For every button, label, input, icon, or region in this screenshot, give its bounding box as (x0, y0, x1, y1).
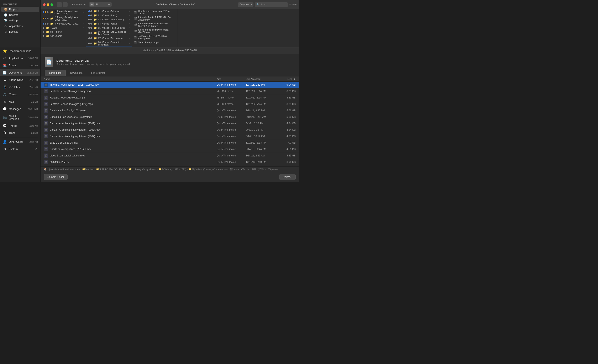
file-name: Danza - Al estilo antiguo y futuro-, (20… (50, 128, 217, 131)
breadcrumb-item-3: JLPER-CATALOGUE (SA· (99, 168, 126, 170)
col1-item-4[interactable]: 📁 - 2020) › (41, 26, 86, 30)
breadcrumb-item-2: Dropbox (85, 168, 94, 170)
file-name: Fantasía Teórica/Teológica copy.mp4 (50, 90, 217, 93)
col3-intro-teoria[interactable]: 🎬 Intro a la Teoría JLPER, (2015) - 1080… (132, 15, 178, 22)
delete-button[interactable]: Delete... (279, 174, 296, 180)
file-name: 2022-11-26 13.13.20.mov (50, 141, 217, 144)
tab-downloads[interactable]: Downloads (66, 70, 87, 76)
itunes-size: 15.47 GB (28, 93, 38, 96)
file-name: Canción a San José, (2021).mov (50, 109, 217, 112)
col3-video-excerpts[interactable]: 🎬 Video Excerpts.mp4 (132, 40, 178, 44)
file-row-video2-saludo[interactable]: 🎬 Video 2 ¡Un cordial saludo!.mov QuickT… (41, 153, 299, 159)
maximize-button[interactable] (50, 3, 53, 6)
col2-videos-guitarra[interactable]: 📁 01) Videos (Guitarra) › (86, 9, 132, 13)
file-rows-container: 🎬 Intro a la Teoría JLPER, (2015) - 1080… (41, 82, 299, 166)
view-column-btn[interactable]: ⋮⋮ (100, 2, 107, 7)
file-size: 5.66 GB (279, 109, 296, 112)
col2-videos-piano[interactable]: 📁 02) Videos (Piano) › (86, 13, 132, 17)
file-date: 8/14/16, 11:44 PM (246, 148, 279, 151)
file-size: 4.73 GB (279, 135, 296, 138)
cs-photos[interactable]: 🖼 Photos Zero KB (0, 122, 40, 129)
col3-piedra[interactable]: 🎬 La piedra de los movimientos, (2010).m… (132, 28, 178, 34)
documents-icon: 📄 (2, 71, 7, 75)
col-header-date: Last Accessed (246, 78, 279, 80)
col3-teoria-cinvestav[interactable]: 🎬 Teoría JLPER - CINVESTAV, (2016).mov (132, 34, 178, 40)
tab-large-files[interactable]: Large Files (45, 70, 66, 76)
breadcrumb-item-7: Intro a la Teoría JLPER, (2015) - 1080p.… (233, 168, 278, 170)
col2-videos-vocal[interactable]: 📁 04) Videos (Vocal) › (86, 22, 132, 26)
back-button[interactable]: ‹ (57, 2, 62, 7)
sidebar-item-applications[interactable]: 🗂 Applications (1, 24, 39, 29)
file-row-cancion-san-jose-copy[interactable]: 🎬 Canción a San José, (2021) copy.mov Qu… (41, 114, 299, 120)
cs-itunes[interactable]: 🎵 iTunes 15.47 GB (0, 91, 40, 98)
breadcrumb-folder-jlper-icon: 📁 (96, 168, 99, 170)
col2-videos-instrumental[interactable]: 📁 03) Videos (Instrumental) › (86, 17, 132, 22)
col1-item-5[interactable]: 📁 986 - 2022) (41, 30, 86, 34)
photos-label: Photos (9, 124, 28, 127)
col2-videos-enzas[interactable]: 📁 06) Videos (Las E...nzas de Don Juan) … (86, 30, 132, 36)
view-icon-btn[interactable]: ⊞ (90, 2, 94, 7)
cs-icloud[interactable]: ☁ iCloud Drive Zero KB (0, 76, 40, 83)
cs-applications[interactable]: 🗂 Applications 18.86 GB (0, 55, 40, 62)
cs-music-creation[interactable]: 🎼 Music Creation 34.81 GB (0, 113, 40, 122)
tab-file-browser[interactable]: File Browser (87, 70, 110, 76)
file-row-zoom0002[interactable]: 🎬 ZOOM0002.MOV QuickTime movie 12/15/13,… (41, 159, 299, 165)
cs-ios-files[interactable]: 📱 iOS Files Zero KB (0, 83, 40, 91)
show-in-finder-button[interactable]: Show in Finder (44, 174, 67, 180)
file-row-zoom-2022[interactable]: 🎬 2022-11-26 13.13.20.mov QuickTime movi… (41, 140, 299, 146)
view-list-btn[interactable]: ☰ (94, 2, 99, 7)
sidebar-item-recents[interactable]: 🕐 Recents (1, 12, 39, 18)
cs-recommendations[interactable]: ⭐ Recommendations (0, 47, 40, 55)
file-date: 3/1/21, 10:12 PM (246, 135, 279, 138)
cs-messages[interactable]: 💬 Messages 156.1 MB (0, 105, 40, 113)
search-input[interactable] (260, 3, 286, 6)
file-size: 9.04 GB (279, 83, 296, 86)
books-label: Books (9, 64, 28, 67)
file-row-fantasia-copy-mp4[interactable]: 🎬 Fantasía Teórica/Teológica copy.mp4 MP… (41, 88, 299, 95)
cs-documents[interactable]: 📄 Documents 792.14 GB (0, 69, 40, 76)
sidebar-item-dropbox[interactable]: 📦 Dropbox (1, 7, 39, 12)
col1-item-6[interactable]: 📁 996 - 2022) (41, 34, 86, 38)
minimize-button[interactable] (47, 3, 49, 6)
file-kind: QuickTime movie (217, 154, 246, 157)
dropbox-toolbar[interactable]: Dropbox ⟳ (238, 2, 253, 7)
main-window: Favourites 📦 Dropbox 🕐 Recents 📡 AirDrop… (0, 0, 299, 182)
breadcrumb-item-5: 3) Videos, (2012 - 2022) (162, 168, 186, 170)
cs-trash[interactable]: 🗑 Trash 2.2 MB (0, 129, 40, 136)
file-row-charla-chiquitines-file[interactable]: 🎬 Charla para chiquitines, (2015) 1.mov … (41, 146, 299, 153)
close-button[interactable] (43, 3, 46, 6)
col2-videos-clases[interactable]: 📁 09) Videos (Clases y Conferencias) › (86, 47, 132, 47)
file-row-fantasia-mp4[interactable]: 🎬 Fantasía Teórica/Teológica.mp4 MPEG-4 … (41, 95, 299, 101)
file-row-danza-2[interactable]: 🎬 Danza - Al estilo antiguo y futuro-, (… (41, 127, 299, 133)
file-row-cancion-san-jose-mov[interactable]: 🎬 Canción a San José, (2021).mov QuickTi… (41, 107, 299, 114)
col2-videos-conciertos[interactable]: 📁 08) Videos (Conciertos escénicos) › (86, 40, 132, 47)
file-row-danza-1[interactable]: 🎬 Danza - Al estilo antiguo y futuro-, (… (41, 120, 299, 127)
col1-item-videos-2012[interactable]: 📁 3) Videos, (2012 - 2022) › (41, 22, 86, 26)
search-box[interactable]: 🔍 (255, 2, 288, 7)
col1-item-fotografias-digitales[interactable]: 📁 2) Fotografías digitales, (2008 - 2023… (41, 15, 86, 22)
cs-system[interactable]: ⚙ System ⟳ (0, 146, 40, 153)
cs-books[interactable]: 📚 Books Zero KB (0, 62, 40, 69)
col3-armonia[interactable]: 🎬 La armonía de las esferas en Uxmal, (2… (132, 22, 178, 28)
col2-videos-electronica[interactable]: 📁 07) Videos (Electrónica) › (86, 36, 132, 40)
view-gallery-btn[interactable]: ⊟ (107, 2, 111, 7)
file-size: 3.94 GB (279, 161, 296, 163)
file-kind: QuickTime movie (217, 109, 246, 112)
cs-mail[interactable]: ✉ Mail 2.1 GB (0, 98, 40, 105)
sidebar-item-desktop[interactable]: 🖥 Desktop (1, 29, 39, 34)
cs-other-users[interactable]: 👤 Other Users Zero KB (0, 138, 40, 146)
col3-charla[interactable]: 🎬 Charla para chiquitines, (2015) 1.mov (132, 9, 178, 15)
documents-size-value: 792.14 GB (75, 59, 89, 62)
icloud-label: iCloud Drive (9, 78, 28, 81)
sidebar-item-airdrop[interactable]: 📡 AirDrop (1, 18, 39, 23)
file-row-intro-teoria-selected[interactable]: 🎬 Intro a la Teoría JLPER, (2015) - 1080… (41, 82, 299, 88)
file-row-danza-3[interactable]: 🎬 Danza - Al estilo antiguo y futuro-, (… (41, 133, 299, 140)
col2-videos-estilo[interactable]: 📁 05) Videos (Hacia un estilo) › (86, 26, 132, 30)
books-icon: 📚 (2, 63, 7, 67)
music-creation-label: Music Creation (9, 114, 27, 121)
file-row-fantasia-teologica[interactable]: 🎬 Fantasía Teórica Teológica (2022).mp4 … (41, 101, 299, 107)
tabs-bar: Large Files Downloads File Browser (41, 70, 299, 76)
col1-item-fotografias-papel[interactable]: 📁 1) Fotografías en Papel, (1971 - 2008)… (41, 9, 86, 15)
file-date: 3/4/21, 3:32 PM (246, 128, 279, 131)
forward-button[interactable]: › (63, 2, 67, 7)
